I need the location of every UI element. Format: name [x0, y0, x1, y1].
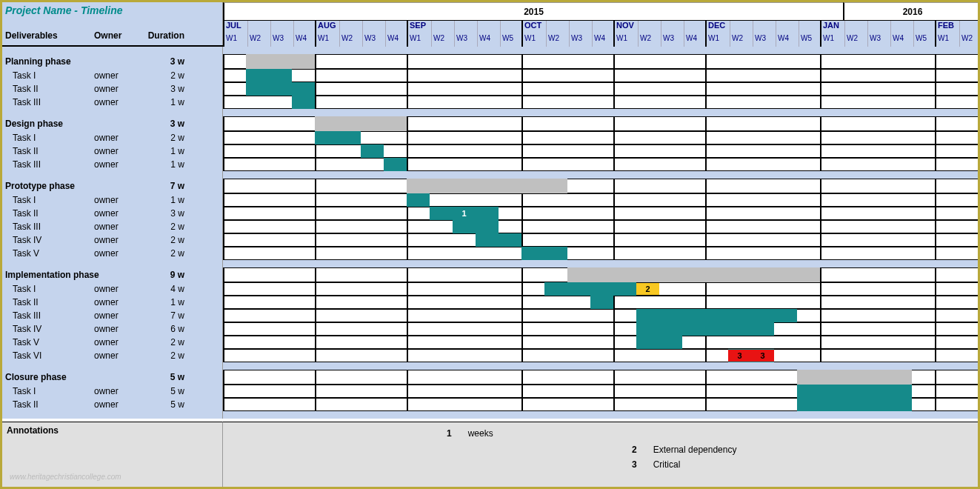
task-bar[interactable] — [797, 385, 912, 398]
duration: 7 w — [146, 181, 198, 191]
task-bar[interactable] — [636, 336, 682, 349]
owner: owner — [94, 399, 146, 410]
duration: 2 w — [146, 235, 198, 245]
task-bar[interactable] — [636, 309, 797, 322]
week-label: W4 — [893, 34, 904, 42]
task-bar[interactable] — [521, 247, 567, 260]
owner: owner — [94, 324, 146, 334]
phase-row: Prototype phase7 w — [2, 179, 978, 193]
task-row: Task Vowner2 w — [2, 336, 978, 349]
task-bar[interactable] — [361, 144, 384, 158]
phase-row: Implementation phase9 w — [2, 267, 978, 282]
week-label: W2 — [250, 34, 261, 42]
task-name: Task IV — [5, 324, 94, 334]
watermark: www.heritagechristiancollege.com — [10, 473, 121, 481]
summary-bar[interactable] — [797, 370, 912, 385]
legend-table-2: 2External dependency 3Critical — [623, 442, 745, 473]
owner: owner — [94, 97, 146, 107]
col-deliverables: Deliverables — [5, 30, 94, 42]
task-bar[interactable] — [453, 220, 499, 233]
week-label: W3 — [663, 34, 674, 42]
owner: owner — [94, 222, 146, 232]
owner: owner — [94, 248, 146, 259]
phase-name: Prototype phase — [5, 181, 94, 191]
duration: 4 w — [146, 284, 198, 294]
task-row: Task Iowner2 w — [2, 69, 978, 82]
phase-row: Planning phase3 w — [2, 54, 978, 69]
month-dec: DECW1W2W3W4W5 — [705, 21, 820, 47]
week-label: W3 — [571, 34, 582, 42]
legend-num-3: 3 — [632, 459, 637, 470]
task-row: Task Vowner2 w — [2, 247, 978, 260]
phase-name: Closure phase — [5, 372, 94, 382]
task-name: Task II — [5, 208, 94, 219]
task-bar[interactable] — [384, 158, 407, 171]
task-row: Task IIIowner1 w — [2, 158, 978, 171]
header-columns-row: Deliverables Owner Duration JULW1W2W3W4A… — [2, 20, 978, 47]
summary-bar[interactable] — [407, 179, 567, 193]
header-year-row: Project Name - Timeline 20152016 — [2, 2, 978, 20]
task-bar[interactable] — [315, 131, 361, 144]
legend-table: 1weeks — [438, 425, 502, 442]
summary-bar[interactable] — [567, 267, 820, 282]
week-label: W3 — [364, 34, 376, 42]
task-bar[interactable] — [246, 69, 292, 82]
month-aug: AUGW1W2W3W4 — [315, 21, 407, 47]
task-bar[interactable] — [590, 296, 613, 309]
task-name: Task I — [5, 195, 94, 205]
owner: owner — [94, 195, 146, 205]
duration: 2 w — [146, 337, 198, 347]
duration: 2 w — [146, 350, 198, 361]
duration: 3 w — [146, 119, 198, 129]
task-name: Task IV — [5, 235, 94, 245]
task-bar[interactable] — [797, 398, 912, 411]
task-bar[interactable] — [476, 233, 521, 247]
owner: owner — [94, 146, 146, 156]
duration: 1 w — [146, 297, 198, 307]
gantt-body: Planning phase3 wTask Iowner2 wTask IIow… — [2, 47, 978, 419]
week-label: W5 — [801, 34, 812, 42]
project-title: Project Name - Timeline — [2, 2, 223, 20]
week-label: W2 — [640, 34, 651, 42]
phase-name: Design phase — [5, 119, 94, 129]
spacer — [2, 362, 978, 370]
task-name: Task II — [5, 399, 94, 410]
week-label: W1 — [524, 34, 536, 42]
month-sep: SEPW1W2W3W4W5 — [407, 21, 521, 47]
task-bar[interactable] — [292, 96, 315, 109]
summary-bar[interactable] — [315, 116, 407, 131]
task-row: Task IIIowner7 w — [2, 309, 978, 322]
week-label: W2 — [433, 34, 444, 42]
duration: 2 w — [146, 248, 198, 259]
duration: 6 w — [146, 324, 198, 334]
task-bar[interactable] — [246, 82, 315, 96]
legend-text-3: Critical — [646, 458, 744, 471]
task-row: Task IIIowner1 w — [2, 96, 978, 109]
annotation-marker: 1 — [453, 207, 476, 219]
task-name: Task III — [5, 97, 94, 107]
task-bar[interactable] — [636, 322, 774, 336]
spacer — [2, 171, 978, 179]
week-label: W2 — [341, 34, 353, 42]
owner: owner — [94, 350, 146, 361]
duration: 5 w — [146, 372, 198, 382]
annotation-marker: 2 — [636, 283, 659, 295]
summary-bar[interactable] — [246, 54, 315, 69]
annotation-marker: 3 — [728, 350, 751, 362]
week-label: W1 — [938, 34, 949, 42]
task-name: Task II — [5, 297, 94, 307]
task-name: Task III — [5, 159, 94, 170]
owner: owner — [94, 337, 146, 347]
week-label: W5 — [502, 34, 513, 42]
duration: 3 w — [146, 84, 198, 94]
month-feb: FEBW1W2 — [935, 21, 980, 47]
duration: 1 w — [146, 159, 198, 170]
phase-name: Implementation phase — [5, 270, 94, 280]
task-name: Task V — [5, 337, 94, 347]
col-owner: Owner — [94, 30, 146, 42]
task-bar[interactable] — [407, 193, 430, 207]
left-header: Deliverables Owner Duration — [2, 20, 223, 45]
task-name: Task V — [5, 248, 94, 259]
task-name: Task I — [5, 284, 94, 294]
task-bar[interactable] — [544, 282, 636, 296]
